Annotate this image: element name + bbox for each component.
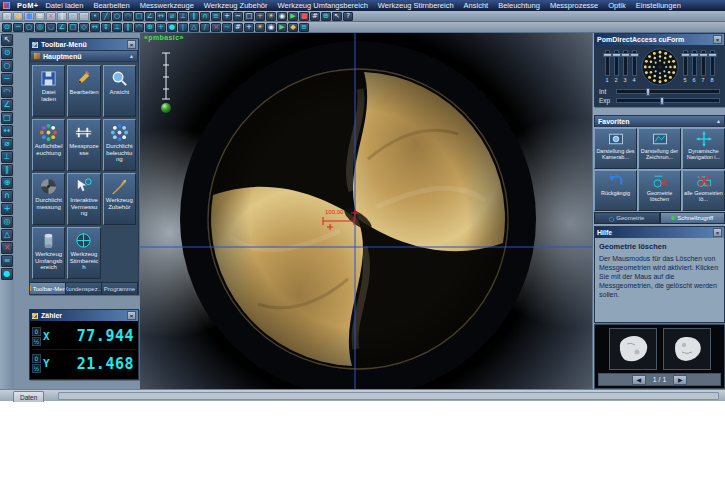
select-mode-icon[interactable]: ↖ — [332, 12, 342, 21]
probe-perpendicular-icon[interactable]: ⊥ — [1, 151, 13, 163]
redo-icon[interactable]: → — [79, 12, 89, 21]
light-slider-handle-8[interactable] — [708, 53, 717, 57]
light-slider-handle-4[interactable] — [630, 53, 639, 57]
meas-delete-icon[interactable]: × — [211, 23, 221, 32]
copy-icon[interactable]: ∥ — [57, 12, 67, 21]
menu-datei-laden[interactable]: Datei laden — [45, 1, 83, 10]
favorite-button-alle-geometrien-lö[interactable]: alle Geometrien lö... — [682, 170, 725, 211]
probe-point-icon[interactable]: ⊙ — [1, 47, 13, 59]
light-slider-handle-7[interactable] — [699, 53, 708, 57]
probe-intersect-icon[interactable]: ∩ — [1, 190, 13, 202]
mainmenu-button-durchlichtmessung[interactable]: Durchlichtmessung — [32, 173, 65, 225]
menu-beleuchtung[interactable]: Beleuchtung — [498, 1, 540, 10]
meas-parallel-icon[interactable]: ∥ — [123, 23, 133, 32]
tab-schnellzugriff[interactable]: Schnellzugriff — [660, 212, 725, 224]
probe-diameter-icon[interactable]: ⌀ — [1, 138, 13, 150]
menu-werkzeug-umfangsbereich[interactable]: Werkzeug Umfangsbereich — [278, 1, 368, 10]
meas-circle-icon[interactable]: ○ — [24, 23, 34, 32]
menu-werkzeug-stirnbereich[interactable]: Werkzeug Stirnbereich — [378, 1, 454, 10]
crosshair-tool-icon[interactable]: + — [255, 12, 265, 21]
next-page-button[interactable]: ▶ — [673, 375, 687, 385]
thumbnail-2[interactable] — [663, 328, 711, 370]
light-slider-8[interactable] — [710, 50, 715, 76]
probe-list-icon[interactable]: ≡ — [1, 255, 13, 267]
meas-slot-icon[interactable]: ◇ — [79, 23, 89, 32]
print-icon[interactable]: ≡ — [35, 12, 45, 21]
direct-access-titlebar[interactable]: PomDirectAccess cuForm × — [595, 34, 724, 45]
meas-angle-icon[interactable]: ∠ — [57, 23, 67, 32]
meas-curve-icon[interactable]: ~ — [222, 23, 232, 32]
mainmenu-button-durchlichtbeleuchtung[interactable]: Durchlichtbeleuchtung — [103, 119, 136, 171]
mainmenu-button-werkzeug-zubehör[interactable]: Werkzeug Zubehör — [103, 173, 136, 225]
light-slider-4[interactable] — [632, 50, 637, 76]
help-close-icon[interactable]: × — [713, 228, 722, 237]
meas-height-icon[interactable]: ↕ — [101, 23, 111, 32]
meas-sphere-icon[interactable]: ● — [167, 23, 177, 32]
light-slider-1[interactable] — [605, 50, 610, 76]
rect-tool-icon[interactable]: □ — [134, 12, 144, 21]
light-slider-3[interactable] — [623, 50, 628, 76]
half-y-button[interactable]: ½ — [32, 364, 41, 373]
probe-distance-icon[interactable]: ↔ — [1, 125, 13, 137]
meas-zoom-icon[interactable]: + — [244, 23, 254, 32]
toolbar-menu-close-icon[interactable]: × — [127, 40, 136, 49]
stop-measure-icon[interactable]: ■ — [299, 12, 309, 21]
probe-cone-icon[interactable]: △ — [1, 229, 13, 241]
probe-double-circle-icon[interactable]: ◎ — [1, 216, 13, 228]
zoom-in-icon[interactable]: + — [222, 12, 232, 21]
light-slider-handle-1[interactable] — [603, 53, 612, 57]
parallel-tool-icon[interactable]: ∥ — [189, 12, 199, 21]
meas-cone-icon[interactable]: △ — [189, 23, 199, 32]
symmetry-tool-icon[interactable]: ≡ — [211, 12, 221, 21]
intensity-slider-handle[interactable] — [646, 88, 650, 96]
tab-programme[interactable]: Programme — [102, 283, 138, 294]
meas-rect-icon[interactable]: □ — [68, 23, 78, 32]
meas-distance-icon[interactable]: ↔ — [90, 23, 100, 32]
light-slider-handle-3[interactable] — [621, 53, 630, 57]
counter-titlebar[interactable]: Zähler × — [30, 310, 138, 321]
cut-icon[interactable]: × — [46, 12, 56, 21]
favorite-button-geometrie-löschen[interactable]: Geometrie löschen — [638, 170, 681, 211]
meas-light-icon[interactable]: ☀ — [255, 23, 265, 32]
menu-werkzeug-zubehör[interactable]: Werkzeug Zubehör — [204, 1, 268, 10]
light-slider-handle-2[interactable] — [612, 53, 621, 57]
menu-bearbeiten[interactable]: Bearbeiten — [93, 1, 129, 10]
favorite-button-rückgängig[interactable]: Rückgängig — [594, 170, 637, 211]
favorites-header[interactable]: Favoriten ▲ — [594, 115, 725, 127]
tab-toolbar-menü[interactable]: Toolbar-Menü — [30, 283, 66, 294]
grid-toggle-icon[interactable]: # — [310, 12, 320, 21]
favorite-button-dynamische-navigation-i[interactable]: Dynamische Navigation i... — [682, 128, 725, 169]
perpendicular-tool-icon[interactable]: ⊥ — [178, 12, 188, 21]
angle-tool-icon[interactable]: ∠ — [145, 12, 155, 21]
select-cursor-icon[interactable]: ↖ — [1, 34, 13, 46]
undo-icon[interactable]: ← — [68, 12, 78, 21]
collapse-up-icon[interactable]: ▲ — [129, 53, 134, 59]
probe-origin-icon[interactable]: ⊕ — [1, 177, 13, 189]
distance-tool-icon[interactable]: ↔ — [156, 12, 166, 21]
meas-coordinate-icon[interactable]: + — [156, 23, 166, 32]
point-tool-icon[interactable]: • — [90, 12, 100, 21]
mainmenu-button-bearbeiten[interactable]: Bearbeiten — [67, 65, 100, 117]
help-icon[interactable]: ? — [343, 12, 353, 21]
probe-arc-icon[interactable]: ◠ — [1, 86, 13, 98]
menu-einstellungen[interactable]: Einstellungen — [636, 1, 681, 10]
zoom-handle-ball[interactable] — [161, 103, 171, 113]
meas-line-icon[interactable]: ─ — [13, 23, 23, 32]
light-slider-handle-5[interactable] — [681, 53, 690, 57]
origin-set-icon[interactable]: ⊕ — [321, 12, 331, 21]
mainmenu-button-werkzeug-umfangsbereich[interactable]: Werkzeug Umfangsbereich — [32, 227, 65, 279]
light-control-icon[interactable]: ☀ — [266, 12, 276, 21]
light-slider-6[interactable] — [692, 50, 697, 76]
run-measure-icon[interactable]: ▶ — [288, 12, 298, 21]
meas-tangent-icon[interactable]: ◠ — [134, 23, 144, 32]
menu-ansicht[interactable]: Ansicht — [464, 1, 489, 10]
menu-messwerkzeuge[interactable]: Messwerkzeuge — [140, 1, 194, 10]
exposure-slider[interactable] — [616, 98, 720, 103]
probe-cross-icon[interactable]: + — [1, 203, 13, 215]
probe-circle-icon[interactable]: ○ — [1, 60, 13, 72]
zoom-out-icon[interactable]: − — [233, 12, 243, 21]
zero-x-button[interactable]: 0 — [32, 327, 41, 336]
light-slider-2[interactable] — [614, 50, 619, 76]
help-titlebar[interactable]: Hilfe × — [595, 227, 724, 238]
mainmenu-button-ansicht[interactable]: Ansicht — [103, 65, 136, 117]
